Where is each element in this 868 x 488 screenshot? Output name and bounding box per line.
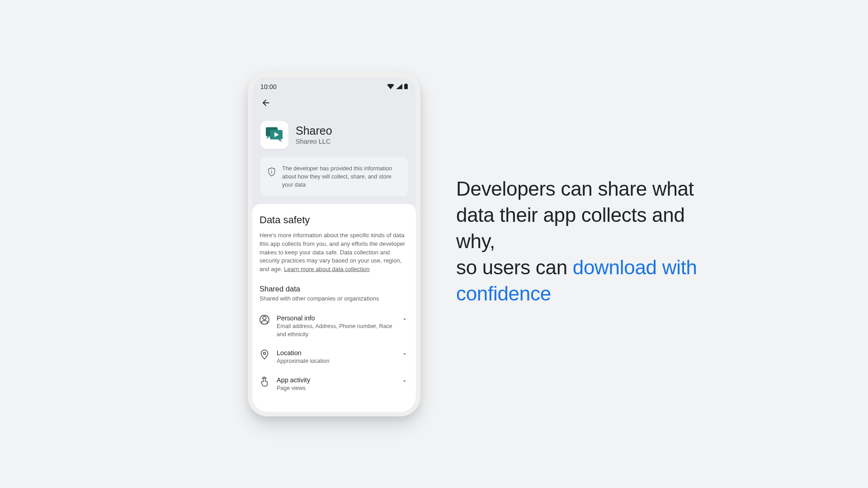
svg-rect-5 (271, 171, 272, 174)
app-icon (260, 121, 288, 149)
shared-item-sub: Approximate location (277, 357, 393, 366)
signal-icon (396, 84, 402, 89)
app-header: Shareo Shareo LLC (252, 110, 416, 157)
svg-rect-0 (404, 84, 408, 89)
marketing-headline: Developers can share what data their app… (456, 176, 709, 307)
shared-item-app-activity[interactable]: App activity Page views (259, 371, 409, 399)
back-button[interactable] (260, 97, 271, 108)
info-banner-text: The developer has provided this informat… (282, 164, 401, 188)
status-bar: 10:00 (252, 79, 416, 94)
info-banner: The developer has provided this informat… (260, 157, 408, 196)
data-safety-description: Here's more information about the specif… (259, 231, 409, 273)
location-icon (260, 349, 269, 360)
learn-more-link[interactable]: Learn more about data collection (284, 266, 369, 272)
wifi-icon (387, 84, 394, 89)
nav-back-row (252, 94, 416, 110)
chevron-down-icon (401, 351, 408, 357)
status-icons (387, 84, 408, 89)
app-name: Shareo (296, 124, 332, 137)
shareo-logo-icon (264, 126, 284, 144)
phone-mockup: 10:00 (248, 72, 420, 416)
person-icon (259, 315, 269, 325)
status-time: 10:00 (260, 83, 277, 90)
data-safety-sheet: Data safety Here's more information abou… (252, 204, 416, 412)
shared-item-title: Personal info (277, 314, 393, 322)
shield-info-icon (268, 167, 276, 177)
battery-icon (404, 84, 408, 89)
shared-item-personal-info[interactable]: Personal info Email address, Address, Ph… (259, 310, 409, 345)
shared-data-title: Shared data (259, 285, 409, 293)
app-developer: Shareo LLC (296, 138, 332, 145)
shared-item-title: Location (277, 349, 393, 357)
headline-part2: so users can (456, 256, 573, 278)
chevron-down-icon (401, 316, 408, 323)
touch-icon (260, 376, 269, 387)
shared-item-sub: Email address, Address, Phone number, Ra… (277, 323, 393, 338)
shared-item-sub: Page views (277, 384, 393, 392)
headline-part1: Developers can share what data their app… (456, 178, 694, 252)
svg-point-8 (264, 352, 266, 355)
app-title-block: Shareo Shareo LLC (296, 124, 332, 145)
chevron-down-icon (401, 378, 408, 384)
svg-rect-1 (406, 84, 407, 84)
svg-point-4 (271, 170, 272, 171)
shared-item-location[interactable]: Location Approximate location (259, 345, 409, 372)
shared-data-subtitle: Shared with other companies or organizat… (259, 295, 409, 302)
arrow-left-icon (261, 98, 271, 108)
data-safety-title: Data safety (259, 214, 409, 225)
svg-point-6 (263, 316, 266, 319)
shared-item-title: App activity (277, 376, 393, 383)
